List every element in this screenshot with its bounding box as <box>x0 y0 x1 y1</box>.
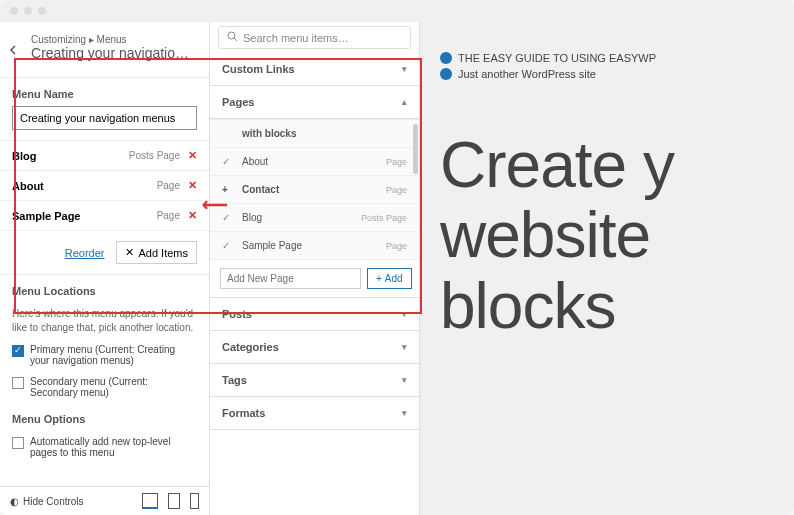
menu-name-label: Menu Name <box>0 78 209 106</box>
menu-item-label: Sample Page <box>12 210 157 222</box>
search-menu-items[interactable]: Search menu items… <box>218 26 411 49</box>
desktop-icon[interactable] <box>142 493 158 509</box>
menu-item-label: About <box>12 180 157 192</box>
checkbox-icon <box>12 377 24 389</box>
secondary-menu-checkbox[interactable]: Secondary menu (Current: Secondary menu) <box>0 371 209 403</box>
menu-item[interactable]: Sample PagePage✕ <box>0 200 209 231</box>
menu-locations-label: Menu Locations <box>0 274 209 303</box>
add-new-page-row: + Add <box>210 259 419 297</box>
preview-site-title[interactable]: THE EASY GUIDE TO USING EASYWP <box>440 52 794 64</box>
remove-icon[interactable]: ✕ <box>188 149 197 162</box>
customizer-footer: ◐ Hide Controls <box>0 486 209 515</box>
menu-item-label: Blog <box>12 150 129 162</box>
customizer-sidebar: Customizing ▸ Menus Creating your naviga… <box>0 22 210 515</box>
chevron-down-icon: ▾ <box>402 309 407 319</box>
reorder-link[interactable]: Reorder <box>65 247 105 259</box>
accordion-custom-links[interactable]: Custom Links ▾ <box>210 53 419 86</box>
tablet-icon[interactable] <box>168 493 180 509</box>
page-type: Posts Page <box>361 213 407 223</box>
add-new-page-input[interactable] <box>220 268 361 289</box>
menu-item[interactable]: AboutPage✕ <box>0 170 209 200</box>
chevron-down-icon: ▾ <box>402 375 407 385</box>
search-icon <box>227 31 238 44</box>
page-row[interactable]: +ContactPage <box>210 175 419 203</box>
hero-heading: Create y website blocks <box>440 130 794 341</box>
collapse-icon: ◐ <box>10 496 19 507</box>
page-row[interactable]: ✓AboutPage <box>210 147 419 175</box>
accordion-posts[interactable]: Posts ▾ <box>210 298 419 331</box>
accordion-pages[interactable]: Pages ▴ <box>210 86 419 119</box>
page-row[interactable]: ✓BlogPosts Page <box>210 203 419 231</box>
accordion-tags[interactable]: Tags ▾ <box>210 364 419 397</box>
page-type: Page <box>386 185 407 195</box>
menu-actions: Reorder ✕ Add Items <box>0 231 209 274</box>
back-button[interactable] <box>8 40 19 60</box>
menu-item[interactable]: BlogPosts Page✕ <box>0 140 209 170</box>
page-row-partial[interactable]: with blocks <box>210 119 419 147</box>
svg-line-1 <box>234 38 237 41</box>
add-page-button[interactable]: + Add <box>367 268 412 289</box>
device-preview-toggle <box>142 493 199 509</box>
panel-title: Creating your navigatio… <box>19 45 201 71</box>
check-icon: ✓ <box>222 240 234 251</box>
customizer-app: Customizing ▸ Menus Creating your naviga… <box>0 22 794 515</box>
mobile-icon[interactable] <box>190 493 199 509</box>
menu-options-label: Menu Options <box>0 403 209 431</box>
locations-help: Here's where this menu appears. If you'd… <box>0 303 209 339</box>
chevron-down-icon: ▾ <box>402 342 407 352</box>
window-dot <box>24 7 32 15</box>
chevron-down-icon: ▾ <box>402 64 407 74</box>
menu-item-type: Posts Page <box>129 150 180 161</box>
site-preview: THE EASY GUIDE TO USING EASYWP Just anot… <box>420 22 794 515</box>
close-icon: ✕ <box>125 246 134 259</box>
accordion-formats[interactable]: Formats ▾ <box>210 397 419 430</box>
page-name: Sample Page <box>242 240 386 251</box>
page-name: Contact <box>242 184 386 195</box>
scrollbar-thumb[interactable] <box>413 124 418 174</box>
menu-name-input[interactable] <box>12 106 197 130</box>
hide-controls-button[interactable]: ◐ Hide Controls <box>10 496 84 507</box>
primary-menu-checkbox[interactable]: Primary menu (Current: Creating your nav… <box>0 339 209 371</box>
breadcrumb: Customizing ▸ Menus <box>19 28 201 45</box>
menu-item-type: Page <box>157 180 180 191</box>
page-type: Page <box>386 241 407 251</box>
checkbox-icon <box>12 437 24 449</box>
plus-icon: + <box>376 273 382 284</box>
page-type: Page <box>386 157 407 167</box>
remove-icon[interactable]: ✕ <box>188 209 197 222</box>
bullet-icon <box>440 68 452 80</box>
pages-list: with blocks ✓AboutPage+ContactPage✓BlogP… <box>210 119 419 298</box>
preview-tagline[interactable]: Just another WordPress site <box>440 68 794 80</box>
checkbox-icon <box>12 345 24 357</box>
page-name: Blog <box>242 212 361 223</box>
page-name: About <box>242 156 386 167</box>
browser-chrome <box>0 0 794 22</box>
annotation-arrow: ⟵ <box>202 194 228 216</box>
page-row[interactable]: ✓Sample PagePage <box>210 231 419 259</box>
add-items-button[interactable]: ✕ Add Items <box>116 241 197 264</box>
panel-header: Customizing ▸ Menus Creating your naviga… <box>0 22 209 78</box>
chevron-up-icon: ▴ <box>402 97 407 107</box>
menu-item-type: Page <box>157 210 180 221</box>
svg-point-0 <box>228 32 235 39</box>
bullet-icon <box>440 52 452 64</box>
remove-icon[interactable]: ✕ <box>188 179 197 192</box>
check-icon: ✓ <box>222 156 234 167</box>
accordion-categories[interactable]: Categories ▾ <box>210 331 419 364</box>
auto-add-checkbox[interactable]: Automatically add new top-level pages to… <box>0 431 209 463</box>
window-dot <box>38 7 46 15</box>
window-dot <box>10 7 18 15</box>
chevron-down-icon: ▾ <box>402 408 407 418</box>
add-items-panel: Search menu items… Custom Links ▾ Pages … <box>210 22 420 515</box>
